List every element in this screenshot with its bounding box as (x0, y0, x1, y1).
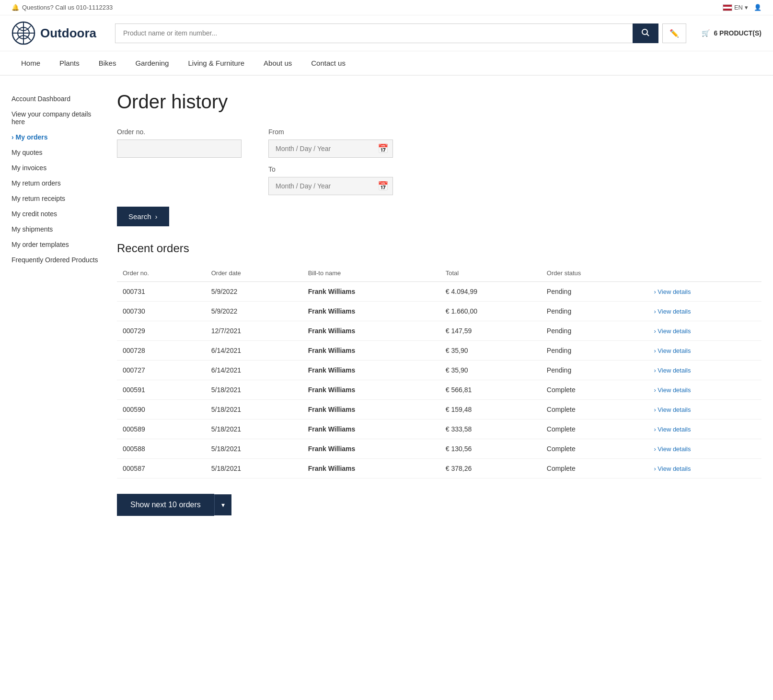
cell-order-status: Pending (541, 341, 648, 361)
cell-order-date: 5/9/2022 (206, 302, 302, 321)
nav-item-living-furniture[interactable]: Living & Furniture (178, 51, 254, 75)
view-details-link[interactable]: View details (654, 308, 691, 315)
cell-order-status: Complete (541, 459, 648, 478)
view-details-link[interactable]: View details (654, 406, 691, 413)
cell-order-status: Pending (541, 302, 648, 321)
sidebar-item-frequently-ordered[interactable]: Frequently Ordered Products (12, 252, 105, 268)
cart-icon: 🛒 (702, 29, 710, 37)
show-next-btn-wrapper: Show next 10 orders ▾ (117, 494, 761, 516)
nav-item-about-us[interactable]: About us (254, 51, 301, 75)
col-order-no: Order no. (117, 265, 206, 282)
cell-bill-to-name: Frank Williams (302, 282, 440, 302)
from-date-wrapper: 📅 (268, 140, 393, 158)
sidebar-item-credit-notes[interactable]: My credit notes (12, 206, 105, 222)
lang-label: EN (734, 4, 743, 11)
cell-order-date: 5/18/2021 (206, 380, 302, 400)
logo[interactable]: Outdoora (12, 21, 107, 45)
table-row: 000727 6/14/2021 Frank Williams € 35,90 … (117, 361, 761, 380)
cell-view-details[interactable]: View details (648, 380, 761, 400)
sidebar: Account Dashboard View your company deta… (12, 91, 117, 531)
table-row: 000730 5/9/2022 Frank Williams € 1.660,0… (117, 302, 761, 321)
from-calendar-icon[interactable]: 📅 (378, 143, 388, 154)
cell-order-date: 5/18/2021 (206, 400, 302, 420)
cell-view-details[interactable]: View details (648, 302, 761, 321)
cell-view-details[interactable]: View details (648, 321, 761, 341)
cell-order-date: 5/18/2021 (206, 439, 302, 459)
nav-item-bikes[interactable]: Bikes (89, 51, 126, 75)
user-icon[interactable]: 👤 (754, 4, 761, 11)
search-input[interactable] (115, 23, 633, 43)
view-details-link[interactable]: View details (654, 367, 691, 374)
cell-order-date: 12/7/2021 (206, 321, 302, 341)
nav-item-home[interactable]: Home (12, 51, 50, 75)
order-no-input[interactable] (117, 140, 242, 158)
cell-view-details[interactable]: View details (648, 439, 761, 459)
cell-bill-to-name: Frank Williams (302, 439, 440, 459)
nav-item-contact-us[interactable]: Contact us (301, 51, 355, 75)
top-bar-left: 🔔 Questions? Call us 010-1112233 (12, 4, 113, 11)
view-details-link[interactable]: View details (654, 386, 691, 394)
view-details-link[interactable]: View details (654, 347, 691, 354)
cell-view-details[interactable]: View details (648, 420, 761, 439)
view-details-link[interactable]: View details (654, 465, 691, 472)
cell-total: € 566,81 (440, 380, 541, 400)
col-actions (648, 265, 761, 282)
cell-bill-to-name: Frank Williams (302, 341, 440, 361)
cell-view-details[interactable]: View details (648, 361, 761, 380)
cell-bill-to-name: Frank Williams (302, 302, 440, 321)
cell-order-no: 000731 (117, 282, 206, 302)
view-details-link[interactable]: View details (654, 426, 691, 433)
cell-order-status: Complete (541, 420, 648, 439)
view-details-link[interactable]: View details (654, 445, 691, 453)
show-next-button[interactable]: Show next 10 orders (117, 494, 214, 516)
header: Outdoora ✏️ 🛒 6 PRODUCT(S) (0, 15, 773, 51)
cell-order-status: Complete (541, 439, 648, 459)
order-no-label: Order no. (117, 128, 242, 136)
edit-button[interactable]: ✏️ (662, 23, 686, 43)
sidebar-item-my-quotes[interactable]: My quotes (12, 145, 105, 160)
phone-label: Questions? Call us 010-1112233 (22, 4, 113, 11)
sidebar-item-account-dashboard[interactable]: Account Dashboard (12, 91, 105, 106)
sidebar-item-company-details[interactable]: View your company details here (12, 106, 105, 129)
cart-area[interactable]: 🛒 6 PRODUCT(S) (702, 29, 761, 37)
nav-item-gardening[interactable]: Gardening (126, 51, 178, 75)
to-date-wrapper: 📅 (268, 177, 393, 195)
search-btn-wrapper: Search › (117, 207, 761, 226)
cell-order-status: Complete (541, 380, 648, 400)
svg-line-5 (647, 34, 649, 36)
table-row: 000590 5/18/2021 Frank Williams € 159,48… (117, 400, 761, 420)
cell-view-details[interactable]: View details (648, 282, 761, 302)
cell-order-no: 000589 (117, 420, 206, 439)
cell-view-details[interactable]: View details (648, 459, 761, 478)
sidebar-item-order-templates[interactable]: My order templates (12, 237, 105, 252)
view-details-link[interactable]: View details (654, 288, 691, 295)
from-label: From (268, 128, 393, 136)
sidebar-item-return-receipts[interactable]: My return receipts (12, 191, 105, 206)
search-orders-button[interactable]: Search › (117, 207, 169, 226)
sidebar-item-my-invoices[interactable]: My invoices (12, 160, 105, 175)
from-date-input[interactable] (268, 140, 393, 158)
to-date-input[interactable] (268, 177, 393, 195)
table-row: 000728 6/14/2021 Frank Williams € 35,90 … (117, 341, 761, 361)
nav-item-plants[interactable]: Plants (50, 51, 89, 75)
filter-section: Order no. From 📅 (117, 128, 761, 158)
cell-order-status: Pending (541, 282, 648, 302)
sidebar-item-return-orders[interactable]: My return orders (12, 175, 105, 191)
cell-total: € 147,59 (440, 321, 541, 341)
sidebar-item-my-orders[interactable]: My orders (12, 129, 105, 145)
table-row: 000731 5/9/2022 Frank Williams € 4.094,9… (117, 282, 761, 302)
view-details-link[interactable]: View details (654, 327, 691, 335)
orders-table-header: Order no. Order date Bill-to name Total … (117, 265, 761, 282)
logo-icon (12, 21, 35, 45)
cell-view-details[interactable]: View details (648, 341, 761, 361)
cell-view-details[interactable]: View details (648, 400, 761, 420)
main-content: Order history Order no. From 📅 To (117, 91, 761, 531)
sidebar-item-shipments[interactable]: My shipments (12, 222, 105, 237)
search-btn-chevron: › (155, 212, 158, 221)
cell-order-no: 000729 (117, 321, 206, 341)
show-next-dropdown-button[interactable]: ▾ (214, 494, 231, 515)
chevron-down-icon: ▾ (745, 4, 748, 11)
search-button[interactable] (633, 23, 658, 43)
to-calendar-icon[interactable]: 📅 (378, 181, 388, 191)
language-selector[interactable]: EN ▾ (723, 4, 748, 11)
